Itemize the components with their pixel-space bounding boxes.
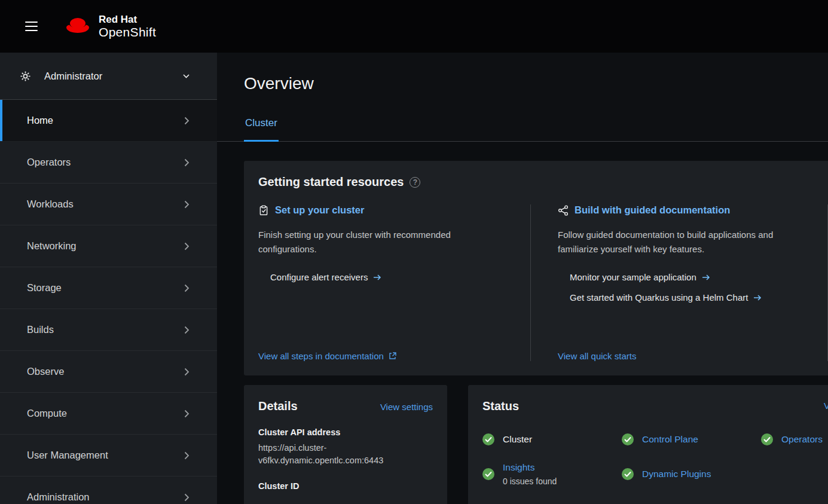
chevron-right-icon <box>184 200 190 209</box>
sidebar-item-label: Operators <box>27 157 71 168</box>
content-area: Overview Cluster Getting started resourc… <box>217 53 828 504</box>
cluster-api-address-label: Cluster API address <box>258 427 433 437</box>
perspective-label: Administrator <box>44 71 102 82</box>
status-item-control-plane: Control Plane <box>622 433 761 445</box>
link-label: Get started with Quarkus using a Helm Ch… <box>570 292 748 303</box>
sidebar-item-operators[interactable]: Operators <box>0 142 217 184</box>
external-link-icon <box>389 352 396 360</box>
chevron-right-icon <box>184 117 190 125</box>
checklist-icon <box>258 205 269 216</box>
sidebar: Administrator Home Operators Workloads <box>0 53 217 504</box>
getting-started-title: Getting started resources <box>258 175 404 189</box>
view-settings-link[interactable]: View settings <box>380 402 433 412</box>
sidebar-item-user-management[interactable]: User Management <box>0 435 217 476</box>
link-label: Monitor your sample application <box>570 272 696 282</box>
status-grid: Cluster Control Plane <box>482 433 828 486</box>
red-hat-fedora-icon <box>64 16 91 37</box>
status-label-control-plane[interactable]: Control Plane <box>642 434 698 445</box>
masthead: Red Hat OpenShift <box>0 0 828 53</box>
view-all-quick-starts-link[interactable]: View all quick starts <box>558 351 809 361</box>
sidebar-item-networking[interactable]: Networking <box>0 225 217 267</box>
sidebar-item-label: Workloads <box>27 198 74 210</box>
brand-openshift: OpenShift <box>99 25 156 39</box>
brand-text: Red Hat OpenShift <box>99 14 156 39</box>
sidebar-nav: Home Operators Workloads Networking Stor… <box>0 100 217 504</box>
details-title: Details <box>258 399 298 413</box>
link-label: View all quick starts <box>558 351 636 361</box>
quarkus-helm-chart-link[interactable]: Get started with Quarkus using a Helm Ch… <box>570 292 809 303</box>
details-card: Details View settings Cluster API addres… <box>244 385 447 504</box>
arrow-right-icon <box>373 274 381 281</box>
perspective-switcher[interactable]: Administrator <box>0 53 217 100</box>
sidebar-item-home[interactable]: Home <box>0 100 217 142</box>
insights-text: Insights 0 issues found <box>503 462 557 486</box>
nav-toggle-button[interactable] <box>19 16 44 38</box>
view-all-steps-link[interactable]: View all steps in documentation <box>258 351 512 361</box>
setup-cluster-description: Finish setting up your cluster with reco… <box>258 228 509 256</box>
sidebar-item-builds[interactable]: Builds <box>0 309 217 351</box>
status-label-cluster: Cluster <box>503 434 532 445</box>
chevron-down-icon <box>183 74 190 78</box>
status-label-operators[interactable]: Operators <box>781 434 823 445</box>
sidebar-item-label: User Management <box>27 450 108 461</box>
sidebar-item-label: Builds <box>27 324 54 335</box>
getting-started-card: Getting started resources ? Se <box>244 161 828 375</box>
sidebar-item-label: Compute <box>27 408 67 419</box>
link-label: Configure alert receivers <box>270 272 368 282</box>
getting-started-columns: Set up your cluster Finish setting up yo… <box>258 204 828 361</box>
sidebar-item-observe[interactable]: Observe <box>0 351 217 393</box>
brand-redhat: Red Hat <box>99 14 156 25</box>
tab-content: Getting started resources ? Se <box>217 142 828 504</box>
guided-route-icon <box>558 205 569 216</box>
chevron-right-icon <box>184 493 190 502</box>
setup-cluster-title[interactable]: Set up your cluster <box>275 204 364 216</box>
monitor-sample-application-link[interactable]: Monitor your sample application <box>570 272 809 282</box>
overview-cards-row: Details View settings Cluster API addres… <box>244 385 828 504</box>
getting-started-header: Getting started resources ? <box>258 175 828 189</box>
arrow-right-icon <box>753 294 762 301</box>
gear-icon <box>20 71 31 82</box>
chevron-right-icon <box>184 158 190 167</box>
sidebar-item-administration[interactable]: Administration <box>0 476 217 504</box>
view-alerts-link[interactable]: View alerts <box>824 401 828 411</box>
guided-documentation-column: Build with guided documentation Follow g… <box>530 204 827 361</box>
status-item-dynamic-plugins: Dynamic Plugins <box>622 462 761 486</box>
status-item-cluster: Cluster <box>482 433 622 445</box>
status-header: Status <box>482 399 828 413</box>
openshift-console: Red Hat OpenShift Administrator Home <box>0 0 828 504</box>
status-card: Status View alerts Cluster <box>468 385 828 504</box>
redhat-openshift-logo[interactable]: Red Hat OpenShift <box>64 14 156 39</box>
details-header: Details View settings <box>258 399 433 413</box>
help-icon[interactable]: ? <box>410 177 420 188</box>
status-item-insights: Insights 0 issues found <box>482 462 622 486</box>
check-circle-icon <box>622 468 634 480</box>
chevron-right-icon <box>184 284 190 292</box>
check-circle-icon <box>482 468 494 480</box>
status-label-insights[interactable]: Insights <box>503 462 534 472</box>
page-header: Overview <box>217 53 828 93</box>
setup-cluster-column: Set up your cluster Finish setting up yo… <box>258 204 530 361</box>
configure-alert-receivers-link[interactable]: Configure alert receivers <box>270 272 512 282</box>
chevron-right-icon <box>184 242 190 251</box>
sidebar-item-compute[interactable]: Compute <box>0 393 217 435</box>
tab-bar: Cluster <box>217 111 828 142</box>
chevron-right-icon <box>184 326 190 334</box>
guided-documentation-heading: Build with guided documentation <box>558 204 809 216</box>
check-circle-icon <box>482 433 494 445</box>
chevron-right-icon <box>184 451 190 460</box>
sidebar-item-label: Storage <box>27 282 62 294</box>
status-label-dynamic-plugins[interactable]: Dynamic Plugins <box>642 469 711 479</box>
sidebar-item-label: Administration <box>27 491 90 503</box>
status-item-operators: Operators <box>761 433 828 445</box>
arrow-right-icon <box>702 274 710 281</box>
check-circle-icon <box>622 433 634 445</box>
setup-cluster-heading: Set up your cluster <box>258 204 512 216</box>
sidebar-item-label: Networking <box>27 240 77 252</box>
guided-documentation-title[interactable]: Build with guided documentation <box>575 204 730 216</box>
guided-documentation-description: Follow guided documentation to build app… <box>558 228 809 256</box>
sidebar-item-storage[interactable]: Storage <box>0 267 217 309</box>
check-circle-icon <box>761 433 773 445</box>
tab-cluster[interactable]: Cluster <box>244 111 279 142</box>
sidebar-item-workloads[interactable]: Workloads <box>0 184 217 225</box>
chevron-right-icon <box>184 410 190 418</box>
